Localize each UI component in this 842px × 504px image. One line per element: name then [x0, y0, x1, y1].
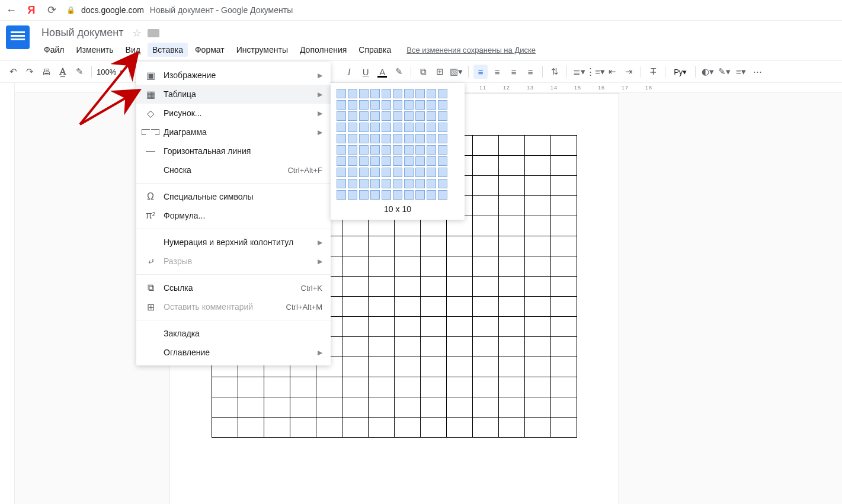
table-picker-cell[interactable] [415, 123, 425, 132]
table-picker-cell[interactable] [427, 179, 436, 188]
table-picker-cell[interactable] [348, 123, 357, 132]
table-cell[interactable] [420, 317, 446, 337]
save-status[interactable]: Все изменения сохранены на Диске [406, 46, 536, 54]
table-picker-cell[interactable] [427, 190, 436, 200]
input-tools-button[interactable]: Ру ▾ [670, 65, 690, 79]
table-picker-cell[interactable] [337, 134, 346, 143]
table-picker-cell[interactable] [337, 89, 346, 98]
menu-insert[interactable]: Вставка [148, 43, 188, 57]
table-cell[interactable] [472, 136, 498, 156]
table-cell[interactable] [498, 216, 524, 236]
table-cell[interactable] [446, 377, 472, 397]
table-picker-cell[interactable] [337, 100, 346, 110]
table-cell[interactable] [524, 136, 550, 156]
table-cell[interactable] [394, 256, 420, 277]
table-cell[interactable] [472, 156, 498, 176]
table-cell[interactable] [290, 418, 316, 438]
italic-icon[interactable]: I [342, 65, 356, 79]
insert-image-icon[interactable]: ▧▾ [449, 65, 463, 79]
table-picker-cell[interactable] [404, 123, 414, 132]
increase-indent-icon[interactable]: ⇥ [622, 65, 636, 79]
table-picker-cell[interactable] [337, 179, 346, 188]
table-cell[interactable] [212, 397, 238, 418]
table-picker-cell[interactable] [337, 168, 346, 177]
table-picker-cell[interactable] [404, 134, 414, 143]
table-picker-cell[interactable] [359, 168, 369, 177]
table-picker-cell[interactable] [370, 123, 380, 132]
table-cell[interactable] [498, 397, 524, 418]
table-picker-cell[interactable] [393, 111, 402, 121]
yandex-icon[interactable]: Я [26, 5, 37, 15]
table-picker-cell[interactable] [382, 134, 391, 143]
fill-color-icon[interactable]: ◐▾ [700, 65, 715, 79]
table-picker-cell[interactable] [404, 100, 414, 110]
table-picker-cell[interactable] [348, 168, 357, 177]
reload-icon[interactable]: ⟳ [46, 5, 57, 15]
table-cell[interactable] [394, 337, 420, 357]
table-cell[interactable] [524, 216, 550, 236]
table-picker-cell[interactable] [337, 123, 346, 132]
insert-menu-item[interactable]: ΩСпециальные символы [136, 187, 331, 206]
table-cell[interactable] [524, 337, 550, 357]
table-cell[interactable] [238, 418, 264, 438]
table-cell[interactable] [550, 397, 577, 418]
table-picker-cell[interactable] [438, 123, 447, 132]
table-cell[interactable] [342, 256, 368, 277]
table-cell[interactable] [264, 418, 290, 438]
table-picker-cell[interactable] [348, 134, 357, 143]
table-picker-cell[interactable] [427, 111, 436, 121]
table-cell[interactable] [264, 397, 290, 418]
back-icon[interactable]: ← [6, 5, 17, 15]
table-cell[interactable] [420, 236, 446, 256]
table-cell[interactable] [524, 317, 550, 337]
table-cell[interactable] [368, 377, 394, 397]
menu-addons[interactable]: Дополнения [295, 43, 351, 57]
table-cell[interactable] [524, 236, 550, 256]
insert-menu-item[interactable]: ◇Рисунок...▶ [136, 104, 331, 123]
insert-menu-item[interactable]: ⫍⫎Диаграмма▶ [136, 123, 331, 142]
table-cell[interactable] [446, 256, 472, 277]
table-picker-cell[interactable] [404, 179, 414, 188]
table-cell[interactable] [498, 196, 524, 216]
table-picker-cell[interactable] [427, 100, 436, 110]
table-cell[interactable] [342, 397, 368, 418]
table-cell[interactable] [550, 277, 577, 297]
table-cell[interactable] [498, 256, 524, 277]
table-picker-cell[interactable] [359, 111, 369, 121]
table-cell[interactable] [420, 397, 446, 418]
table-picker-cell[interactable] [382, 123, 391, 132]
redo-icon[interactable]: ↷ [23, 65, 37, 79]
table-cell[interactable] [472, 397, 498, 418]
table-picker-cell[interactable] [337, 145, 346, 155]
table-picker-cell[interactable] [348, 100, 357, 110]
table-picker-cell[interactable] [393, 179, 402, 188]
table-picker-cell[interactable] [438, 89, 447, 98]
table-cell[interactable] [498, 277, 524, 297]
star-icon[interactable]: ☆ [132, 27, 142, 40]
table-picker-cell[interactable] [438, 100, 447, 110]
table-picker-cell[interactable] [348, 156, 357, 166]
table-cell[interactable] [472, 277, 498, 297]
menu-tools[interactable]: Инструменты [232, 43, 293, 57]
table-picker-cell[interactable] [370, 89, 380, 98]
paint-format-icon[interactable]: ✎ [72, 65, 87, 79]
table-picker-cell[interactable] [438, 111, 447, 121]
menu-view[interactable]: Вид [121, 43, 145, 57]
table-cell[interactable] [498, 136, 524, 156]
table-cell[interactable] [472, 357, 498, 377]
menu-help[interactable]: Справка [354, 43, 396, 57]
table-picker-cell[interactable] [404, 156, 414, 166]
table-picker-cell[interactable] [359, 100, 369, 110]
table-picker-cell[interactable] [359, 123, 369, 132]
table-picker-cell[interactable] [427, 123, 436, 132]
table-picker-cell[interactable] [359, 190, 369, 200]
table-picker-cell[interactable] [348, 89, 357, 98]
table-picker-cell[interactable] [393, 100, 402, 110]
table-picker-cell[interactable] [370, 145, 380, 155]
table-picker-cell[interactable] [359, 145, 369, 155]
table-cell[interactable] [524, 377, 550, 397]
table-picker-cell[interactable] [370, 156, 380, 166]
table-picker-cell[interactable] [415, 134, 425, 143]
table-cell[interactable] [394, 357, 420, 377]
table-cell[interactable] [212, 418, 238, 438]
